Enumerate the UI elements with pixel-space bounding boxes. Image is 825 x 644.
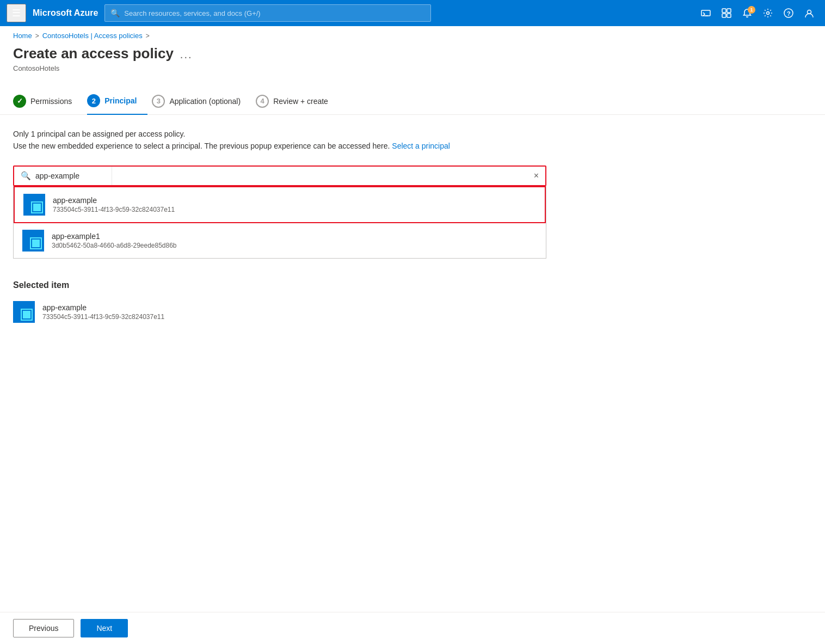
account-button[interactable] <box>800 5 818 21</box>
app-icon-0 <box>23 194 45 216</box>
search-icon-left: 🔍 <box>21 171 31 181</box>
top-navigation: ☰ Microsoft Azure 🔍 1 ? <box>0 0 825 26</box>
step-3-label: Application (optional) <box>169 97 241 106</box>
svg-text:?: ? <box>787 10 791 17</box>
wizard-steps: ✓ Permissions 2 Principal 3 Application … <box>0 81 825 115</box>
step-1-circle: ✓ <box>13 95 26 108</box>
page-header: Create an access policy ... ContosoHotel… <box>0 45 825 81</box>
breadcrumb-sep-1: > <box>35 32 39 40</box>
settings-button[interactable] <box>759 5 777 21</box>
svg-rect-2 <box>722 9 726 13</box>
step-application[interactable]: 3 Application (optional) <box>152 90 251 114</box>
hamburger-menu[interactable]: ☰ <box>7 4 26 22</box>
page-title: Create an access policy <box>13 45 174 62</box>
step-review[interactable]: 4 Review + create <box>256 90 339 114</box>
result-name-1: app-example1 <box>52 232 537 241</box>
result-id-1: 3d0b5462-50a8-4660-a6d8-29eede85d86b <box>52 242 537 249</box>
principal-search-input[interactable] <box>35 171 101 180</box>
page-subtitle: ContosoHotels <box>13 64 812 72</box>
step-3-circle: 3 <box>152 95 165 108</box>
selected-section: Selected item app-example 733504c5-3911-… <box>13 280 586 325</box>
result-info-0: app-example 733504c5-3911-4f13-9c59-32c8… <box>53 196 536 213</box>
selected-section-title: Selected item <box>13 280 586 290</box>
help-button[interactable]: ? <box>779 5 798 21</box>
step-2-label: Principal <box>104 96 137 105</box>
more-options-button[interactable]: ... <box>180 48 193 61</box>
info-line-2: Use the new embedded experience to selec… <box>13 140 586 152</box>
step-1-label: Permissions <box>30 97 72 106</box>
selected-item: app-example 733504c5-3911-4f13-9c59-32c8… <box>13 299 586 325</box>
nav-icon-group: 1 ? <box>697 5 818 21</box>
search-result-selected: app-example 733504c5-3911-4f13-9c59-32c8… <box>14 186 546 223</box>
selected-item-icon <box>13 301 35 323</box>
brand-logo: Microsoft Azure <box>33 8 98 18</box>
notification-badge: 1 <box>748 6 755 14</box>
svg-rect-3 <box>727 9 731 13</box>
svg-rect-17 <box>32 240 40 247</box>
notifications-button[interactable]: 1 <box>738 5 756 21</box>
breadcrumb: Home > ContosoHotels | Access policies > <box>0 26 825 45</box>
selected-item-name: app-example <box>42 303 586 312</box>
clear-search-button[interactable]: × <box>534 171 539 181</box>
svg-rect-21 <box>23 311 30 318</box>
selected-item-id: 733504c5-3911-4f13-9c59-32c824037e11 <box>42 313 586 321</box>
step-permissions[interactable]: ✓ Permissions <box>13 90 83 114</box>
step-4-label: Review + create <box>273 97 328 106</box>
svg-point-6 <box>767 12 769 15</box>
step-principal[interactable]: 2 Principal <box>87 90 147 115</box>
svg-rect-13 <box>33 204 41 211</box>
app-icon-1 <box>22 230 44 252</box>
search-result-item-1[interactable]: app-example1 3d0b5462-50a8-4660-a6d8-29e… <box>14 223 546 258</box>
search-results: app-example 733504c5-3911-4f13-9c59-32c8… <box>13 186 546 259</box>
breadcrumb-sep-2: > <box>146 32 150 40</box>
search-input[interactable] <box>124 9 425 17</box>
info-text: Only 1 principal can be assigned per acc… <box>13 128 586 152</box>
result-name-0: app-example <box>53 196 536 205</box>
select-principal-link[interactable]: Select a principal <box>392 142 450 150</box>
portal-menu-button[interactable] <box>717 5 736 21</box>
global-search-box[interactable]: 🔍 <box>104 4 431 22</box>
step-2-circle: 2 <box>87 94 100 107</box>
main-content: Only 1 principal can be assigned per acc… <box>0 115 599 338</box>
cloud-shell-button[interactable] <box>697 5 715 21</box>
search-area: 🔍 × <box>13 165 546 259</box>
search-icon: 🔍 <box>110 9 120 17</box>
selected-item-info: app-example 733504c5-3911-4f13-9c59-32c8… <box>42 303 586 321</box>
result-id-0: 733504c5-3911-4f13-9c59-32c824037e11 <box>53 206 536 213</box>
svg-rect-5 <box>727 14 731 17</box>
svg-rect-0 <box>701 10 710 16</box>
breadcrumb-parent[interactable]: ContosoHotels | Access policies <box>42 32 143 40</box>
result-info-1: app-example1 3d0b5462-50a8-4660-a6d8-29e… <box>52 232 537 249</box>
info-line-1: Only 1 principal can be assigned per acc… <box>13 128 586 140</box>
search-result-item-0[interactable]: app-example 733504c5-3911-4f13-9c59-32c8… <box>15 187 545 222</box>
svg-rect-4 <box>722 14 726 17</box>
step-4-circle: 4 <box>256 95 269 108</box>
breadcrumb-home[interactable]: Home <box>13 32 32 40</box>
